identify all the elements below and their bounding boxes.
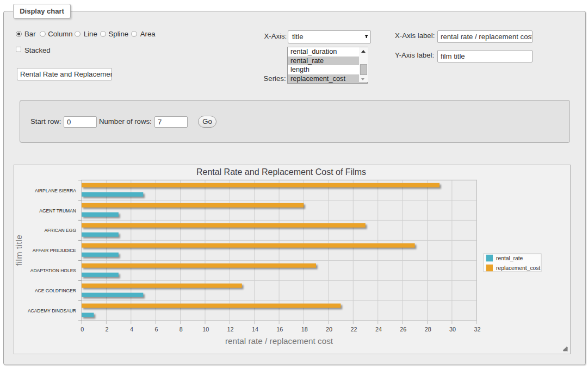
svg-text:rental_rate: rental_rate <box>496 255 523 261</box>
svg-text:20: 20 <box>326 326 332 333</box>
svg-text:8: 8 <box>180 326 183 333</box>
svg-text:4: 4 <box>130 326 133 333</box>
svg-text:AFFAIR PREJUDICE: AFFAIR PREJUDICE <box>33 248 77 253</box>
svg-text:AIRPLANE SIERRA: AIRPLANE SIERRA <box>35 188 76 193</box>
svg-text:16: 16 <box>276 326 283 333</box>
svg-text:12: 12 <box>227 326 234 333</box>
svg-text:AFRICAN EGG: AFRICAN EGG <box>44 228 76 233</box>
svg-text:32: 32 <box>474 326 480 333</box>
svg-text:26: 26 <box>400 326 406 333</box>
svg-text:ADAPTATION HOLES: ADAPTATION HOLES <box>30 268 77 273</box>
svg-text:24: 24 <box>375 326 382 333</box>
svg-text:2: 2 <box>106 326 109 333</box>
svg-text:ACE GOLDFINGER: ACE GOLDFINGER <box>35 288 76 293</box>
svg-text:rental rate / replacement cost: rental rate / replacement cost <box>225 336 333 346</box>
svg-text:30: 30 <box>449 326 456 333</box>
svg-text:10: 10 <box>202 326 209 333</box>
svg-text:AGENT TRUMAN: AGENT TRUMAN <box>39 208 76 214</box>
svg-text:film title: film title <box>14 235 23 266</box>
svg-text:Rental Rate and Replacement Co: Rental Rate and Replacement Cost of Film… <box>196 167 366 177</box>
svg-text:28: 28 <box>425 326 431 333</box>
svg-text:0: 0 <box>81 326 84 333</box>
svg-text:6: 6 <box>154 326 158 333</box>
svg-text:22: 22 <box>350 326 357 333</box>
svg-text:ACADEMY DINOSAUR: ACADEMY DINOSAUR <box>28 308 76 313</box>
svg-text:18: 18 <box>301 326 308 333</box>
svg-text:14: 14 <box>252 326 258 333</box>
svg-text:replacement_cost: replacement_cost <box>496 265 540 271</box>
